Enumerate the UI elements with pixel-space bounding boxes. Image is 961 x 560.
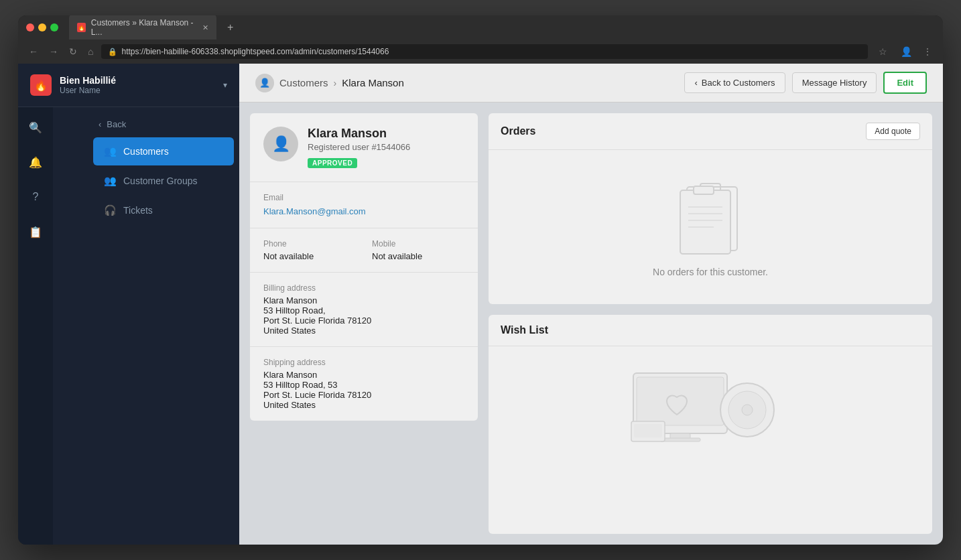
shipping-name: Klara Manson [263, 370, 464, 380]
back-to-customers-button[interactable]: ‹ Back to Customers [684, 72, 785, 93]
wishlist-header: Wish List [489, 315, 932, 346]
sidebar-icon-column: 🔍 🔔 ? 📋 [18, 107, 53, 545]
tickets-label: Tickets [123, 205, 153, 216]
svg-rect-16 [634, 424, 662, 437]
orders-header: Orders Add quote [489, 113, 932, 150]
email-link[interactable]: Klara.Manson@gmail.com [263, 206, 366, 216]
billing-street: 53 Hilltop Road, [263, 305, 464, 316]
breadcrumb: 👤 Customers › Klara Manson [255, 74, 404, 92]
menu-icon[interactable]: ⋮ [920, 46, 935, 57]
wishlist-card: Wish List [489, 315, 932, 534]
tab-title: Customers » Klara Manson - L... [91, 18, 197, 37]
breadcrumb-current: Klara Manson [342, 77, 404, 88]
svg-rect-11 [660, 438, 700, 441]
address-bar[interactable]: 🔒 https://bien-habillie-606338.shoplight… [101, 44, 868, 59]
right-panel: Orders Add quote [489, 113, 932, 534]
browser-tab[interactable]: 🔥 Customers » Klara Manson - L... ✕ [69, 15, 216, 41]
shipping-label: Shipping address [263, 358, 464, 367]
breadcrumb-person-icon: 👤 [255, 74, 274, 92]
clipboard-illustration [674, 177, 747, 257]
brand-name: Bien Habillié [60, 75, 215, 86]
sidebar-back-button[interactable]: ‹ Back [88, 113, 239, 136]
customer-groups-icon: 👥 [104, 175, 117, 187]
app-logo: 🔥 [30, 74, 52, 96]
nav-reload-button[interactable]: ↻ [66, 45, 80, 58]
orders-empty-text: No orders for this customer. [653, 267, 768, 277]
add-quote-button[interactable]: Add quote [866, 123, 920, 140]
svg-rect-3 [694, 186, 714, 194]
nav-forward-button[interactable]: → [46, 45, 61, 58]
billing-label: Billing address [263, 283, 464, 293]
orders-card: Orders Add quote [489, 113, 932, 304]
email-section: Email Klara.Manson@gmail.com [250, 182, 478, 228]
minimize-dot[interactable] [38, 23, 46, 31]
phone-value: Not available [263, 251, 356, 261]
bell-icon-btn[interactable]: 🔔 [23, 150, 48, 174]
customer-identity-card: 👤 Klara Manson Registered user #1544066 … [250, 113, 478, 182]
breadcrumb-customers-link[interactable]: Customers [279, 77, 328, 88]
help-icon-btn[interactable]: ? [23, 185, 48, 209]
report-icon-btn[interactable]: 📋 [23, 220, 48, 244]
edit-button[interactable]: Edit [883, 72, 927, 94]
tab-close-button[interactable]: ✕ [202, 23, 208, 32]
shipping-section: Shipping address Klara Manson 53 Hilltop… [250, 347, 478, 421]
customer-avatar: 👤 [263, 127, 298, 161]
phone-section: Phone Not available Mobile Not available [250, 228, 478, 273]
shipping-city: Port St. Lucie Florida 78120 [263, 390, 464, 400]
back-chevron-icon: ‹ [694, 78, 697, 88]
sidebar-chevron-icon[interactable]: ▾ [223, 80, 227, 90]
svg-rect-2 [680, 190, 730, 254]
sidebar-header: 🔥 Bien Habillié User Name ▾ [18, 64, 239, 107]
window-controls [26, 23, 58, 31]
breadcrumb-separator: › [334, 78, 337, 88]
tickets-icon: 🎧 [104, 204, 117, 216]
nav-home-button[interactable]: ⌂ [85, 45, 96, 58]
shipping-street: 53 Hilltop Road, 53 [263, 380, 464, 390]
new-tab-button[interactable]: + [222, 19, 239, 36]
left-panel: 👤 Klara Manson Registered user #1544066 … [250, 113, 478, 534]
sidebar-nav: ‹ Back 👥 Customers 👥 Customer Groups 🎧 T… [88, 107, 239, 545]
brand-info: Bien Habillié User Name [60, 75, 215, 95]
sidebar-item-customer-groups[interactable]: 👥 Customer Groups [93, 167, 234, 195]
url-text: https://bien-habillie-606338.shoplightsp… [121, 47, 389, 56]
customers-icon: 👥 [104, 145, 117, 157]
svg-point-14 [742, 405, 753, 415]
mobile-value: Not available [372, 251, 464, 261]
orders-title: Orders [501, 125, 535, 137]
back-to-customers-label: Back to Customers [702, 78, 775, 88]
customer-name: Klara Manson [308, 127, 410, 141]
username-label: User Name [60, 86, 215, 95]
search-icon-btn[interactable]: 🔍 [23, 115, 48, 139]
browser-toolbar: ← → ↻ ⌂ 🔒 https://bien-habillie-606338.s… [18, 40, 943, 64]
nav-back-button[interactable]: ← [26, 45, 41, 58]
wishlist-empty-state [489, 346, 932, 467]
wishlist-title: Wish List [501, 324, 548, 336]
message-history-button[interactable]: Message History [792, 72, 877, 93]
maximize-dot[interactable] [50, 23, 58, 31]
profile-icon[interactable]: 👤 [898, 46, 915, 57]
top-bar-actions: ‹ Back to Customers Message History Edit [684, 72, 927, 94]
browser-titlebar: 🔥 Customers » Klara Manson - L... ✕ + [18, 15, 943, 40]
email-label: Email [263, 193, 464, 202]
billing-country: United States [263, 326, 464, 336]
billing-name: Klara Manson [263, 295, 464, 305]
back-chevron-icon: ‹ [99, 119, 101, 129]
orders-empty-state: No orders for this customer. [489, 150, 932, 304]
browser-chrome: 🔥 Customers » Klara Manson - L... ✕ + ← … [18, 15, 943, 64]
sidebar-item-customers[interactable]: 👥 Customers [93, 137, 234, 165]
bookmark-icon[interactable]: ☆ [873, 46, 893, 57]
mobile-label: Mobile [372, 239, 464, 249]
billing-city: Port St. Lucie Florida 78120 [263, 316, 464, 326]
sidebar: 🔥 Bien Habillié User Name ▾ 🔍 🔔 ? 📋 [18, 64, 239, 545]
sidebar-item-tickets[interactable]: 🎧 Tickets [93, 196, 234, 224]
browser-window: 🔥 Customers » Klara Manson - L... ✕ + ← … [18, 15, 943, 545]
tab-favicon: 🔥 [77, 23, 86, 32]
app-body: 🔥 Bien Habillié User Name ▾ 🔍 🔔 ? 📋 [18, 64, 943, 545]
close-dot[interactable] [26, 23, 34, 31]
wishlist-illustration [630, 366, 791, 447]
customer-registered: Registered user #1544066 [308, 142, 410, 152]
svg-rect-9 [637, 377, 724, 425]
approved-badge: APPROVED [308, 158, 357, 168]
top-bar: 👤 Customers › Klara Manson ‹ Back to Cus… [239, 64, 943, 102]
back-label: Back [107, 119, 126, 129]
